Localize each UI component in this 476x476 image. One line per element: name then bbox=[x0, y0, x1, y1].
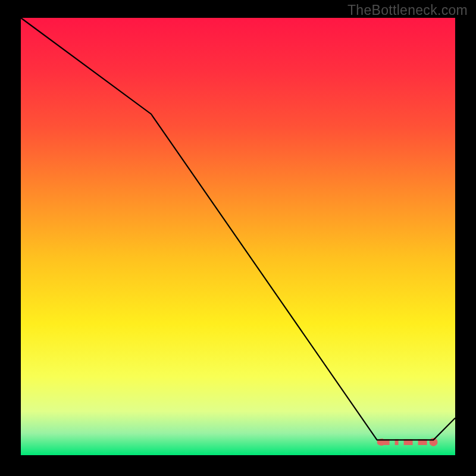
watermark-text: TheBottleneck.com bbox=[347, 2, 468, 18]
chart-frame: TheBottleneck.com bbox=[0, 0, 476, 476]
bottleneck-chart bbox=[0, 0, 476, 476]
plot-background bbox=[21, 18, 455, 455]
